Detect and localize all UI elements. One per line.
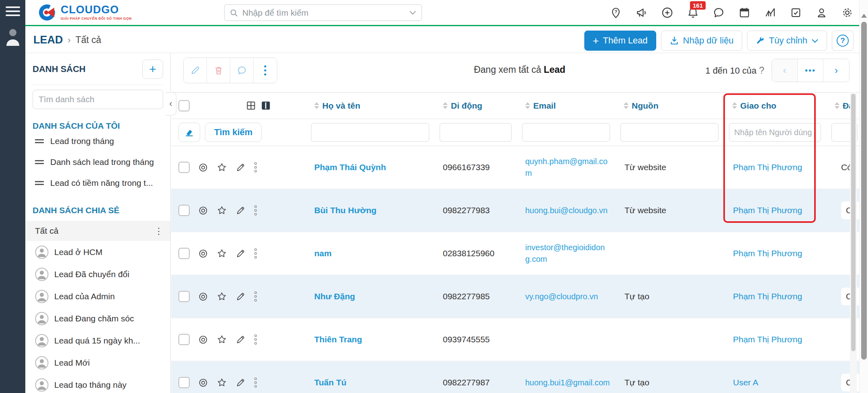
filter-name-input[interactable] [311,123,429,142]
sidebar-item-lead-qua-15-ngay[interactable]: Lead quá 15 ngày kh... [33,329,163,352]
lead-email-link[interactable]: vy.ngo@cloudpro.vn [522,291,620,302]
lead-email-link[interactable]: quynh.pham@gmail.com [522,156,620,179]
star-icon[interactable] [217,162,227,173]
row-checkbox[interactable] [178,291,190,302]
import-data-button[interactable]: Nhập dữ liệu [661,31,742,51]
column-header-mobile[interactable]: Di động [440,101,522,111]
row-menu-dots-icon[interactable] [254,205,257,216]
row-menu-dots-icon[interactable] [254,162,257,173]
column-header-assigned[interactable]: Giao cho [729,101,831,111]
tasks-check-icon[interactable] [790,6,802,19]
quick-view-icon[interactable] [198,378,208,388]
star-icon[interactable] [217,248,227,259]
sidebar-item-lead-dang-cham-soc[interactable]: Lead Đang chăm sóc [33,307,163,329]
scroll-up-arrow-icon[interactable] [861,14,867,18]
calendar-icon[interactable] [738,6,751,19]
user-avatar-icon[interactable] [5,27,21,46]
lead-assigned-link[interactable]: Phạm Thị Phương [729,292,831,301]
lead-assigned-link[interactable]: Phạm Thị Phương [729,335,831,344]
column-header-source[interactable]: Nguồn [620,101,729,111]
column-view-icon[interactable] [260,100,271,111]
quick-view-icon[interactable] [198,292,208,302]
prev-page-button[interactable]: ‹ [772,59,798,82]
help-button[interactable]: ? [832,31,854,51]
edit-pencil-icon[interactable] [235,163,246,173]
sidebar-item-lead-o-hcm[interactable]: Lead ở HCM [33,241,163,263]
breadcrumb-module[interactable]: LEAD [33,34,63,46]
sort-icon[interactable] [525,102,530,109]
lead-name-link[interactable]: Như Đặng [311,292,440,301]
edit-pencil-icon[interactable] [235,292,246,302]
row-checkbox[interactable] [178,248,190,259]
row-checkbox[interactable] [178,334,190,345]
menu-icon[interactable] [6,6,20,16]
lead-name-link[interactable]: nam [311,249,440,258]
sidebar-item-tat-ca-selected[interactable]: Tất cả ⋮ [25,221,170,241]
star-icon[interactable] [217,291,227,302]
add-lead-button[interactable]: + Thêm Lead [584,31,656,51]
sidebar-item-lead-cua-admin[interactable]: Lead của Admin [33,285,163,307]
sidebar-item-lead-moi[interactable]: Lead Mới [33,352,163,374]
add-circle-icon[interactable] [661,6,674,19]
row-checkbox[interactable] [178,377,190,388]
list-search-input[interactable] [33,90,163,109]
lead-name-link[interactable]: Bùi Thu Hường [311,206,440,215]
edit-pencil-icon[interactable] [235,378,246,388]
next-page-button[interactable]: › [823,59,849,82]
table-row[interactable]: nam 02838125960 investor@thegioididong.c… [171,232,868,275]
analytics-chart-icon[interactable] [764,6,776,19]
sort-icon[interactable] [624,102,628,109]
sort-icon[interactable] [443,102,448,109]
grid-view-icon[interactable] [246,100,256,111]
lead-name-link[interactable]: Thiên Trang [311,335,440,344]
location-help-icon[interactable]: ? [610,6,622,19]
settings-gear-icon[interactable] [841,6,854,19]
lead-assigned-link[interactable]: Phạm Thị Phương [729,206,831,215]
megaphone-icon[interactable] [635,6,648,19]
customize-button[interactable]: Tùy chỉnh [747,31,827,51]
filter-email-input[interactable] [522,123,610,142]
row-menu-dots-icon[interactable] [254,248,257,259]
lead-assigned-link[interactable]: User A [729,378,831,387]
sort-icon[interactable] [835,102,839,109]
global-search-input[interactable] [242,8,405,18]
quick-view-icon[interactable] [198,163,208,173]
kebab-menu-icon[interactable]: ⋮ [154,229,163,233]
filter-mobile-input[interactable] [440,123,512,142]
lead-email-link[interactable]: huong.bui@cloudgo.vn [522,205,620,216]
sort-icon[interactable] [732,102,737,109]
table-row[interactable]: Phạm Thái Quỳnh 0966167339 quynh.pham@gm… [171,146,868,189]
edit-pencil-icon[interactable] [235,335,246,345]
page-options-button[interactable]: ••• [798,59,823,82]
lead-name-link[interactable]: Phạm Thái Quỳnh [311,163,440,172]
select-all-checkbox[interactable] [178,100,190,111]
star-icon[interactable] [217,377,227,388]
sidebar-item-lead-tao-thang-nay[interactable]: Lead tạo tháng này [33,374,163,393]
edit-pencil-icon[interactable] [235,249,246,259]
filter-assigned-input[interactable] [729,123,821,142]
lead-email-link[interactable]: investor@thegioididong.com [522,242,620,265]
page-scrollbar[interactable] [859,0,868,393]
sidebar-item-danh-sach-lead-trong-thang[interactable]: Danh sách lead trong tháng [33,152,163,173]
notifications-bell-icon[interactable]: 161 [687,6,699,19]
quick-view-icon[interactable] [198,335,208,345]
row-menu-dots-icon[interactable] [254,377,257,388]
profile-icon[interactable] [815,6,828,19]
edit-pencil-icon[interactable] [235,206,246,216]
search-filter-button[interactable]: Tìm kiếm [205,123,262,142]
sidebar-item-lead-trong-thang[interactable]: Lead trong tháng [33,131,163,152]
row-checkbox[interactable] [178,205,190,216]
row-checkbox[interactable] [178,162,190,173]
sort-icon[interactable] [314,102,319,109]
star-icon[interactable] [217,334,227,345]
filter-source-input[interactable] [620,123,719,142]
table-row[interactable]: Bùi Thu Hường 0982277983 huong.bui@cloud… [171,189,868,232]
table-row[interactable]: Như Đặng 0982277985 vy.ngo@cloudpro.vn T… [171,275,868,318]
star-icon[interactable] [217,205,227,216]
app-logo[interactable]: CLOUDGO GIẢI PHÁP CHUYỂN ĐỔI SỐ TINH GỌN [37,3,132,22]
clear-filters-button[interactable] [178,123,200,142]
row-menu-dots-icon[interactable] [254,334,257,345]
lead-email-link[interactable]: huong.bui1@gmail.com [522,377,620,389]
lead-assigned-link[interactable]: Phạm Thị Phương [729,249,831,258]
sidebar-item-lead-da-chuyen-doi[interactable]: Lead Đã chuyển đổi [33,263,163,285]
